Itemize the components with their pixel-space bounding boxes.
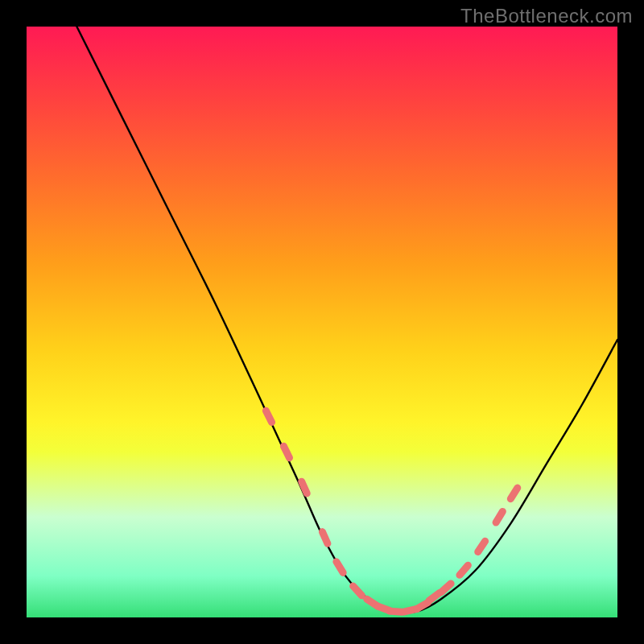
curve-marker (322, 532, 328, 544)
curve-marker (460, 565, 468, 575)
curve-marker (429, 593, 440, 601)
curve-marker (441, 584, 451, 592)
curve-marker (266, 411, 271, 422)
plot-area (27, 27, 617, 617)
curve-marker (283, 446, 289, 457)
chart-stage: TheBottleneck.com (0, 0, 644, 644)
curve-marker (390, 611, 402, 612)
marker-group (266, 411, 517, 612)
watermark-text: TheBottleneck.com (460, 5, 633, 27)
curve-marker (302, 481, 308, 493)
bottleneck-curve-path (27, 27, 617, 613)
curve-marker (336, 562, 343, 573)
curve-marker (496, 511, 502, 522)
curve-marker (510, 488, 517, 499)
curve-marker (353, 586, 362, 596)
curve-marker (478, 541, 485, 551)
curve-path-group (27, 27, 617, 613)
bottleneck-curve-svg (27, 27, 617, 617)
